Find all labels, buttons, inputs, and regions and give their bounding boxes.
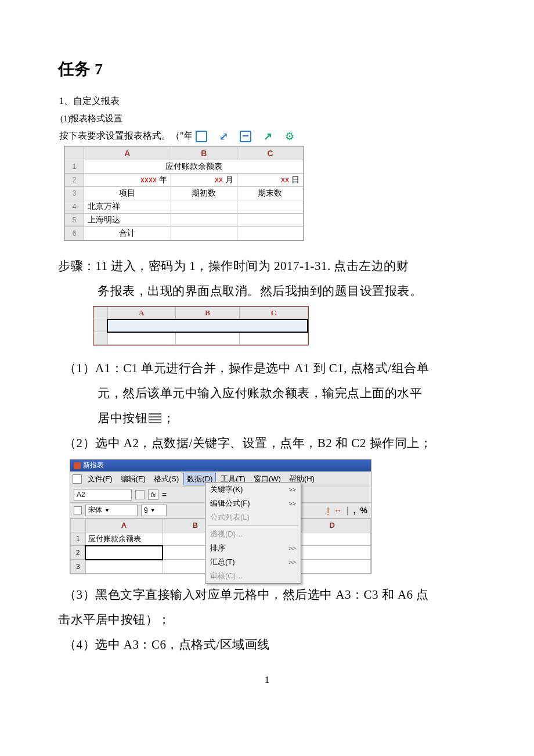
cell: [171, 214, 237, 227]
spreadsheet-screenshot-2: A B C: [93, 306, 309, 345]
row-header: 1: [71, 532, 86, 546]
font-size-select[interactable]: 9 ▼: [141, 505, 167, 516]
cell: 项目: [84, 187, 171, 200]
step-text-line2: 务报表，出现的界面点取消。然后我抽到的题目设置报表。: [58, 279, 476, 304]
grid-icon[interactable]: [135, 490, 145, 499]
equals-icon[interactable]: =: [162, 490, 167, 499]
row-header: 3: [71, 560, 86, 574]
comma-icon[interactable]: ,: [353, 506, 356, 515]
cell: [175, 332, 239, 345]
menu-item-summary[interactable]: 汇总(T) >>: [205, 555, 301, 569]
cell: 北京万祥: [84, 200, 171, 214]
cell: [107, 332, 175, 345]
menu-item-formula-list: 公式列表(L): [205, 510, 301, 524]
cell[interactable]: [294, 560, 371, 574]
app-icon: [74, 462, 81, 469]
fx-icon[interactable]: fx: [148, 489, 158, 500]
cell: [240, 332, 308, 345]
col-header-B: B: [171, 147, 237, 160]
cell-day: xx 日: [237, 174, 303, 187]
step1-line3b: ；: [163, 411, 175, 425]
menu-item-label: 公式列表(L): [210, 512, 250, 523]
day-value: xx: [281, 175, 289, 184]
section-1-1: (1)报表格式设置: [60, 113, 476, 124]
cell: [237, 227, 303, 240]
cell: [237, 214, 303, 227]
section-1-2-text: 按下表要求设置报表格式。（"年、: [59, 131, 203, 141]
menu-edit[interactable]: 编辑(E): [117, 473, 149, 485]
chevron-down-icon: ▼: [104, 507, 110, 513]
font-name-value: 宋体: [88, 505, 102, 515]
menu-item-label: 审核(C)…: [210, 571, 243, 581]
selected-range: [107, 319, 308, 332]
menu-file[interactable]: 文件(F): [84, 473, 116, 485]
step3-line2: 击水平居中按钮）；: [58, 607, 476, 632]
expand-icon[interactable]: ⤢: [217, 130, 230, 143]
cell[interactable]: [85, 560, 163, 574]
cell[interactable]: [294, 546, 371, 560]
row-header: 6: [65, 227, 84, 240]
step2-line: （2）选中 A2，点数据/关键字、设置，点年，B2 和 C2 操作同上；: [58, 431, 476, 456]
col-header-A: A: [107, 307, 175, 319]
step1-line2: 元，然后该单元中输入应付账款余额表，输完点上面的水平: [58, 381, 476, 406]
row-header: 1: [65, 160, 84, 174]
menu-item-audit: 审核(C)…: [205, 569, 301, 583]
cell: [171, 200, 237, 214]
cell: [171, 227, 237, 240]
step1-line3a: 居中按钮: [98, 411, 147, 425]
step1-line1: （1）A1：C1 单元进行合并，操作是选中 A1 到 C1, 点格式/组合单: [58, 356, 476, 381]
data-menu-dropdown: 关键字(K) >> 编辑公式(F) >> 公式列表(L) 透视(D)… 排序 >…: [205, 482, 301, 584]
row-header: [94, 319, 108, 332]
window-title: 新报表: [83, 460, 104, 470]
cell-month: xx 月: [171, 174, 237, 187]
col-header-D: D: [294, 519, 371, 532]
month-value: xx: [215, 175, 223, 184]
cell: 合计: [84, 227, 171, 240]
row-header: 2: [71, 546, 86, 560]
menu-item-label: 编辑公式(F): [210, 498, 250, 509]
width-arrow-icon[interactable]: ↔: [334, 506, 342, 515]
page-number: 1: [58, 675, 476, 685]
width-i-icon[interactable]: I: [327, 506, 329, 515]
cell-year: xxxx 年: [84, 174, 171, 187]
square-icon[interactable]: [195, 130, 208, 143]
document-icon[interactable]: [73, 474, 82, 484]
col-header-A: A: [84, 147, 171, 160]
grid-corner: [71, 519, 86, 532]
section-1: 1、自定义报表: [59, 95, 476, 107]
gear-icon[interactable]: ⚙: [283, 130, 296, 143]
menu-format[interactable]: 格式(S): [150, 473, 182, 485]
menu-item-pivot: 透视(D)…: [205, 527, 301, 541]
step-text-line1: 步骤：11 进入，密码为 1，操作时间为 2017-1-31. 点击左边的财: [58, 254, 476, 279]
menu-item-label: 透视(D)…: [210, 529, 243, 539]
row-header: 3: [65, 187, 84, 200]
cell: 期末数: [237, 187, 303, 200]
menu-item-sort[interactable]: 排序 >>: [205, 541, 301, 555]
submenu-arrow-icon: >>: [288, 545, 296, 552]
cell[interactable]: [294, 532, 371, 546]
cell-A2-selected[interactable]: [85, 546, 163, 560]
row-header: [94, 332, 108, 345]
menu-item-edit-formula[interactable]: 编辑公式(F) >>: [205, 496, 301, 510]
menu-item-label: 汇总(T): [210, 557, 235, 567]
save-icon[interactable]: [239, 130, 252, 143]
cell-title: 应付账款余额表: [84, 160, 304, 174]
page-title: 任务 7: [58, 58, 476, 80]
year-value: xxxx: [140, 175, 157, 184]
cell: 期初数: [171, 187, 237, 200]
name-box[interactable]: A2: [74, 489, 132, 501]
step4-line: （4）选中 A3：C6，点格式/区域画线: [58, 632, 476, 657]
share-icon[interactable]: ↗: [261, 130, 274, 143]
cell-A1[interactable]: 应付账款余额表: [85, 532, 163, 546]
percent-icon[interactable]: %: [360, 506, 367, 515]
font-size-value: 9: [144, 506, 148, 514]
menu-item-keyword[interactable]: 关键字(K) >>: [205, 483, 301, 496]
window-titlebar: 新报表: [70, 460, 371, 471]
app-screenshot-3: 新报表 文件(F) 编辑(E) 格式(S) 数据(D) 工具(T) 窗口(W) …: [70, 459, 371, 574]
month-suffix: 月: [225, 175, 233, 184]
step3-line1: （3）黑色文字直接输入对应单元格中，然后选中 A3：C3 和 A6 点: [58, 582, 476, 607]
col-header-B: B: [175, 307, 239, 319]
font-name-select[interactable]: 宋体 ▼: [85, 505, 138, 516]
col-header-C: C: [237, 147, 303, 160]
checkbox-icon[interactable]: [74, 506, 82, 514]
